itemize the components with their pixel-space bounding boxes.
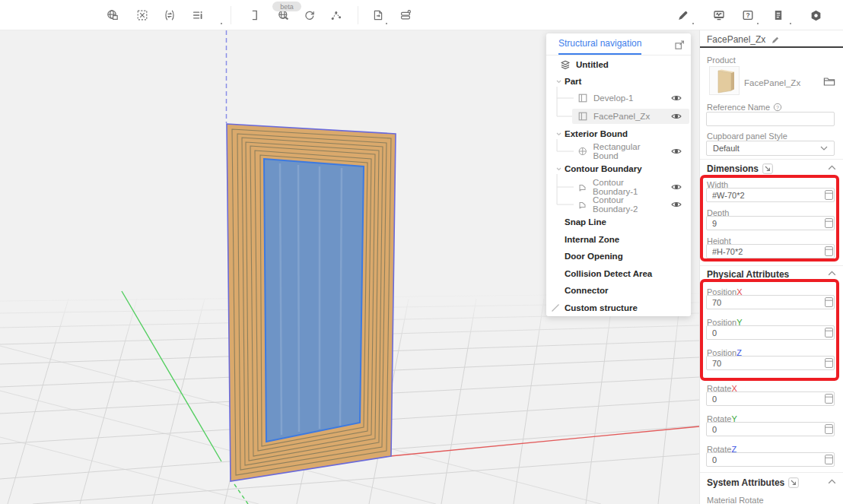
tree-item-develop-1[interactable]: Develop-1 [546,90,691,106]
edit-pencil-icon[interactable] [771,35,780,44]
visibility-eye-icon[interactable] [671,183,682,191]
calculator-icon[interactable] [825,394,833,404]
parameter-swap-icon [164,9,176,21]
layer-stack-icon [399,9,412,21]
chevron-up-icon [828,479,836,484]
visibility-eye-icon[interactable] [671,94,682,102]
section-divider [700,265,843,266]
chevron-down-icon [820,146,828,151]
item-label: FacePanel_Zx [593,112,650,121]
tree-section-collision-detect-area[interactable]: Collision Detect Area [546,265,691,282]
list-details-button[interactable] [187,5,208,26]
tree-item-contour-boundary-2[interactable]: Contour Boundary-2 [546,196,691,213]
structural-navigation-panel: Structural navigation Untitled Part [546,33,691,316]
tree-section-connector[interactable]: Connector [546,282,691,299]
tree-item-facepanel-zx[interactable]: FacePanel_Zx [546,108,691,125]
render-monitor-icon [713,9,725,21]
calculator-icon[interactable] [825,328,833,338]
layers-icon [560,59,571,70]
section-divider [700,472,843,473]
face-panel-3d[interactable] [227,124,396,481]
calculator-icon[interactable] [825,246,833,256]
cupboard-style-value: Default [713,144,740,153]
parameter-swap-button[interactable] [159,5,180,26]
width-input[interactable] [706,188,835,202]
dimensions-collapse-button[interactable] [828,165,836,170]
visibility-eye-icon[interactable] [671,201,682,208]
section-bracket-button[interactable] [244,5,266,26]
position-x-input[interactable] [706,295,835,309]
bound-circle-icon [578,147,587,156]
dimensions-header: Dimensions [707,163,773,174]
tree-section-custom-structure[interactable]: Custom structure [546,300,691,316]
reference-name-input[interactable] [706,112,835,126]
section-label: Custom structure [565,303,638,312]
toolbar-separator [358,6,358,24]
popout-button[interactable] [675,40,685,49]
calculator-icon[interactable] [825,218,833,228]
help-button[interactable]: ? [737,5,759,26]
system-attributes-header: System Attributes [707,477,799,488]
calculator-icon[interactable] [825,358,833,368]
list-details-icon [192,9,204,21]
calculator-icon[interactable] [825,190,833,200]
nav-panel-title[interactable]: Structural navigation [558,38,641,55]
rotate-sync-button[interactable] [299,5,320,26]
axis-x-line [390,426,699,456]
calculator-icon[interactable] [825,455,833,464]
contour-icon [578,182,587,192]
section-label: Internal Zone [565,235,619,244]
item-label: Rectangular Bound [593,142,665,160]
position-z-input[interactable] [706,356,835,370]
physical-collapse-button[interactable] [828,271,836,276]
depth-input[interactable] [706,216,835,230]
svg-text:?: ? [746,11,749,19]
open-folder-button[interactable] [823,76,835,90]
cupboard-style-select[interactable]: Default [706,141,835,156]
tree-root-untitled[interactable]: Untitled [546,56,691,73]
rotate-y-input[interactable] [706,422,835,436]
render-monitor-button[interactable] [708,5,730,26]
tree-section-contour-boundary[interactable]: Contour Boundary [546,160,691,177]
visibility-eye-icon[interactable] [671,113,682,120]
layer-stack-button[interactable] [395,5,416,26]
beta-badge: beta [272,2,301,11]
cupboard-style-label: Cupboard panel Style [707,132,787,141]
tree-item-rectangular-bound[interactable]: Rectangular Bound [546,143,691,160]
dropdown-dot [692,23,694,24]
region-select-button[interactable] [132,5,153,26]
model-globe-button[interactable] [102,5,123,26]
contour-icon [578,200,587,209]
calculator-icon[interactable] [825,297,833,307]
formula-arrow-icon[interactable] [788,477,799,488]
title-divider [700,46,843,48]
visibility-eye-icon[interactable] [671,147,682,155]
caret-down-icon [556,80,561,84]
reference-name-label: Reference Name ? [707,103,782,112]
section-label: Door Opening [565,252,623,261]
document-button[interactable] [768,5,789,26]
pencil-button[interactable] [672,5,693,26]
top-toolbar: beta [0,0,843,30]
help-circle-icon[interactable]: ? [773,103,782,112]
tree-item-contour-boundary-1[interactable]: Contour Boundary-1 [546,179,691,195]
formula-arrow-icon[interactable] [762,163,773,174]
tree-section-internal-zone[interactable]: Internal Zone [546,231,691,248]
rotate-x-input[interactable] [706,391,835,406]
product-thumbnail[interactable] [709,66,740,95]
height-input[interactable] [706,244,835,258]
pencil-icon [676,9,689,22]
tree-section-exterior-bound[interactable]: Exterior Bound [546,125,691,142]
settings-nut-icon [810,9,822,22]
toolbar-separator [231,6,231,24]
position-y-input[interactable] [706,325,835,340]
rotate-z-input[interactable] [706,452,835,467]
system-collapse-button[interactable] [828,479,836,484]
tree-section-part[interactable]: Part [546,73,691,90]
tree-section-door-opening[interactable]: Door Opening [546,248,691,265]
settings-button[interactable] [805,5,826,26]
node-graph-button[interactable] [326,5,347,26]
panel-inset-glass[interactable] [264,159,364,442]
tree-section-snap-line[interactable]: Snap Line [546,214,691,230]
calculator-icon[interactable] [825,424,833,434]
